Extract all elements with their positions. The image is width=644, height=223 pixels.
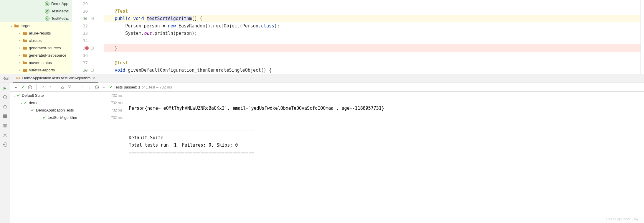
chevron-right-icon[interactable]: ›	[17, 68, 22, 72]
code-line[interactable]	[104, 37, 644, 44]
code-line[interactable]	[104, 52, 644, 59]
tree-folder[interactable]: ›generated-test-source	[0, 52, 72, 59]
code-line[interactable]: }	[104, 44, 644, 52]
close-icon[interactable]: ✕	[93, 76, 95, 80]
tree-label: maven-status	[29, 60, 52, 65]
gutter-line[interactable]: 37	[72, 59, 95, 66]
check-icon: ✔	[17, 93, 20, 98]
code-line[interactable]	[104, 0, 644, 7]
chevron-right-icon[interactable]: ›	[17, 46, 22, 50]
chevron-down-icon[interactable]: ⌄	[19, 101, 24, 104]
test-duration: 732 ms	[111, 94, 123, 98]
show-ignored-icon[interactable]	[27, 84, 33, 91]
sort-duration-icon[interactable]: ↓≡	[47, 84, 53, 91]
run-tab[interactable]: NG DemoApplicationTests.testSortAlgorith…	[13, 74, 98, 83]
project-tree[interactable]: CDemoAppCTestMethcCTestMethc⌄target›allu…	[0, 0, 72, 74]
show-passed-icon[interactable]: ✔	[20, 84, 26, 91]
tree-label: generated-sources	[29, 46, 61, 50]
tree-label: generated-test-source	[29, 53, 66, 58]
gutter-line[interactable]: 38▶−	[72, 66, 95, 74]
next-icon[interactable]: ↓	[86, 84, 93, 91]
expand-all-icon[interactable]	[59, 84, 66, 91]
folder-icon	[22, 31, 27, 36]
tree-item[interactable]: CTestMethc	[0, 7, 72, 15]
rerun-failed-button[interactable]	[2, 94, 8, 101]
settings-button[interactable]	[2, 132, 8, 138]
tree-item[interactable]: CDemoApp	[0, 0, 72, 7]
tree-folder[interactable]: ›surefire-reports	[0, 66, 72, 74]
code-line[interactable]: @Test	[104, 7, 644, 15]
code-line[interactable]: Person person = new EasyRandom().nextObj…	[104, 22, 644, 29]
test-label: DemoApplicationTests	[36, 108, 74, 112]
check-icon: ✔	[43, 115, 46, 120]
prev-icon[interactable]: ↑	[79, 84, 85, 91]
gutter-line[interactable]: 35−	[72, 44, 95, 52]
tree-label: target	[21, 24, 30, 28]
rerun-button[interactable]: ▶	[2, 85, 8, 91]
tree-folder[interactable]: ›allure-results	[0, 29, 72, 37]
gutter-line[interactable]: 31▶−	[72, 15, 95, 22]
breakpoint-icon[interactable]	[85, 46, 89, 50]
folder-icon	[22, 38, 27, 43]
test-tree-item[interactable]: ⌄✔Default Suite732 ms	[10, 92, 125, 99]
sort-alpha-icon[interactable]: ↓ª	[39, 84, 46, 91]
chevron-down-icon[interactable]: ⌄	[9, 24, 14, 27]
test-tree[interactable]: ⌄✔Default Suite732 ms⌄✔demo732 ms⌄✔DemoA…	[10, 92, 125, 223]
fold-icon[interactable]: −	[91, 47, 94, 50]
code-line[interactable]: @Test	[104, 59, 644, 66]
chevron-down-icon[interactable]: ⌄	[12, 94, 17, 97]
folder-icon	[22, 60, 27, 65]
check-icon: ✔	[24, 101, 27, 105]
test-duration: 732 ms	[111, 101, 123, 105]
gutter-line[interactable]: 29	[72, 0, 95, 7]
code-area[interactable]: @Test public void testSortAlgorithm() { …	[95, 0, 644, 74]
test-tree-item[interactable]: ✔testSortAlgorithm732 ms	[10, 114, 125, 121]
fold-icon[interactable]: −	[91, 17, 94, 20]
chevron-down-icon[interactable]: ⌄	[26, 109, 31, 112]
code-line[interactable]: System.out.println(person);	[104, 29, 644, 37]
console-output[interactable]: Person{name='eOMtThyhVNLWUZNRcBaQKxI', e…	[125, 92, 644, 223]
collapse-all-icon[interactable]	[66, 84, 73, 91]
gutter-line[interactable]: 32	[72, 22, 95, 29]
tree-folder[interactable]: ›classes	[0, 37, 72, 44]
chevron-right-icon[interactable]: ›	[17, 54, 22, 57]
gutter-line[interactable]: 30	[72, 7, 95, 15]
test-status: ✔ Tests passed: 1 of 1 test – 732 ms	[109, 85, 172, 89]
check-icon: ✔	[31, 108, 34, 112]
tree-folder-target[interactable]: ⌄target	[0, 22, 72, 29]
check-icon: ✔	[109, 85, 113, 89]
collapse-icon[interactable]	[13, 84, 19, 91]
gutter-line[interactable]: 34	[72, 37, 95, 44]
test-duration: 732 ms	[111, 116, 123, 120]
svg-point-2	[4, 125, 6, 127]
test-tree-item[interactable]: ⌄✔demo732 ms	[10, 99, 125, 106]
run-gutter-icon[interactable]: ▶	[85, 68, 87, 72]
separator	[2, 151, 8, 151]
code-line[interactable]: void givenDefaultConfiguration_thenGener…	[104, 66, 644, 74]
stop-button[interactable]	[2, 113, 8, 119]
chevron-right-icon[interactable]: ›	[17, 32, 22, 35]
gutter-line[interactable]: 33	[72, 29, 95, 37]
run-gutter-icon[interactable]: ▶	[85, 17, 87, 21]
tree-folder[interactable]: ›maven-status	[0, 59, 72, 66]
run-label: Run:	[2, 76, 10, 81]
tree-item[interactable]: CTestMethc	[0, 15, 72, 22]
dump-threads-button[interactable]	[2, 122, 8, 129]
gutter-line[interactable]: 36	[72, 52, 95, 59]
run-tab-label: DemoApplicationTests.testSortAlgorithm	[22, 76, 90, 80]
editor[interactable]: 293031▶−32333435−363738▶− @Test public v…	[72, 0, 644, 74]
tree-label: TestMethc	[51, 9, 69, 13]
test-label: Default Suite	[22, 93, 44, 98]
exit-button[interactable]	[2, 141, 8, 148]
code-line[interactable]: public void testSortAlgorithm() {	[104, 15, 644, 22]
toggle-auto-test-button[interactable]	[2, 104, 8, 110]
test-tree-item[interactable]: ⌄✔DemoApplicationTests732 ms	[10, 106, 125, 114]
chevron-right-icon[interactable]: ›	[17, 39, 22, 42]
testng-icon: NG	[16, 76, 20, 81]
fold-icon[interactable]: −	[91, 69, 94, 72]
more-icon[interactable]: »	[103, 85, 105, 89]
chevron-right-icon[interactable]: ›	[17, 61, 22, 64]
history-icon[interactable]	[94, 84, 100, 91]
tree-folder[interactable]: ›generated-sources	[0, 44, 72, 52]
run-side-toolbar: ▶	[0, 83, 10, 223]
